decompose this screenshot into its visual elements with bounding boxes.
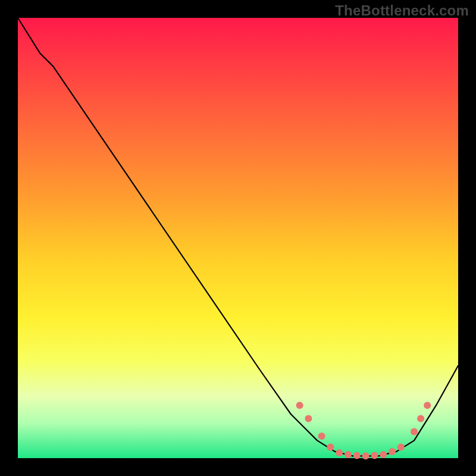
- data-marker: [417, 415, 424, 422]
- watermark-text: TheBottleneck.com: [335, 2, 469, 19]
- data-marker: [345, 451, 352, 458]
- data-marker: [397, 444, 405, 451]
- plot-background: [18, 18, 458, 458]
- data-marker: [327, 444, 334, 451]
- data-marker: [305, 415, 312, 422]
- data-marker: [296, 402, 303, 409]
- data-marker: [380, 451, 387, 458]
- chart-container: TheBottleneck.com: [0, 0, 476, 476]
- data-marker: [371, 452, 378, 459]
- data-marker: [411, 428, 418, 436]
- data-marker: [353, 452, 361, 459]
- data-marker: [424, 402, 431, 409]
- data-marker: [389, 448, 396, 455]
- chart-svg: [0, 0, 476, 476]
- data-marker: [318, 433, 325, 440]
- data-marker: [336, 449, 343, 456]
- data-marker: [362, 452, 369, 459]
